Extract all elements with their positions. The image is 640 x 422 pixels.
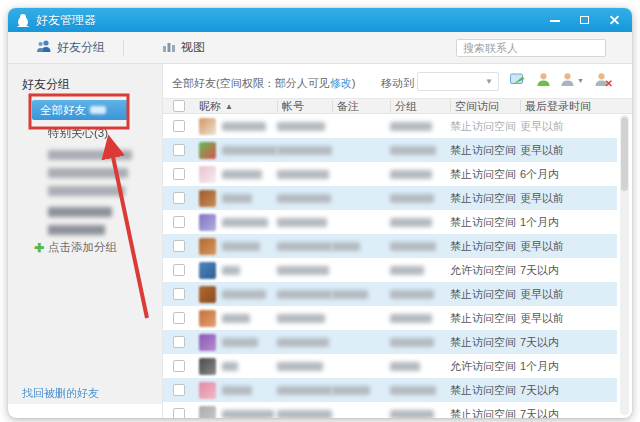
add-group-button[interactable]: ✚ 点击添加分组	[34, 240, 117, 255]
table-row[interactable]: 允许访问空间7天以内	[163, 258, 617, 282]
table-row[interactable]: 禁止访问空间1个月内	[163, 210, 617, 234]
add-icon: ✚	[34, 241, 44, 255]
last-login: 更早以前	[520, 239, 617, 254]
sidebar-item-group-blurred[interactable]	[48, 221, 132, 239]
table-row[interactable]: 禁止访问空间更早以前	[163, 114, 617, 138]
scrollbar-thumb[interactable]	[621, 117, 628, 191]
space-access: 禁止访问空间	[450, 407, 520, 419]
account-blurred	[277, 194, 331, 203]
toolbar-view-button[interactable]: 视图	[154, 35, 213, 60]
table-row[interactable]: 禁止访问空间更早以前	[163, 186, 617, 210]
group-name-blurred	[48, 150, 132, 160]
row-checkbox[interactable]	[173, 240, 185, 252]
minimize-button[interactable]	[548, 13, 562, 27]
screenshot: 好友管理器 好友分组 视图 好	[0, 0, 640, 422]
table-row[interactable]: 禁止访问空间更早以前	[163, 138, 617, 162]
table-row[interactable]: 禁止访问空间7天以内	[163, 378, 617, 402]
vertical-scrollbar[interactable]	[620, 115, 629, 415]
table-row[interactable]: 允许访问空间1个月内	[163, 354, 617, 378]
avatar	[199, 286, 216, 303]
column-header-remark[interactable]: 备注	[332, 100, 390, 112]
row-checkbox[interactable]	[173, 144, 185, 156]
row-checkbox[interactable]	[173, 384, 185, 396]
group-blurred	[390, 362, 420, 371]
move-to-dropdown[interactable]: ▼	[417, 72, 499, 91]
chevron-down-icon: ▼	[577, 77, 584, 84]
last-login: 1个月内	[520, 359, 617, 374]
message-icon[interactable]	[509, 71, 527, 89]
toolbar-separator	[123, 40, 124, 56]
permission-text-suffix: )	[352, 77, 356, 89]
avatar	[199, 214, 216, 231]
main-top-bar: 全部好友(空间权限：部分人可见修改) 移动到 ▼ ▼ ✕	[163, 64, 632, 98]
sidebar-item-special-care[interactable]: 特别关心(3)	[48, 126, 108, 141]
toolbar-friend-groups-button[interactable]: 好友分组	[28, 35, 113, 60]
row-checkbox[interactable]	[173, 288, 185, 300]
table-row[interactable]: 禁止访问空间更早以前	[163, 282, 617, 306]
table-row[interactable]: 禁止访问空间更早以前	[163, 234, 617, 258]
friend-manage-icon[interactable]: ▼	[559, 71, 577, 89]
select-all-checkbox[interactable]	[173, 100, 185, 112]
account-blurred	[277, 218, 327, 227]
move-to-label: 移动到	[381, 76, 414, 91]
row-checkbox[interactable]	[173, 168, 185, 180]
row-checkbox[interactable]	[173, 192, 185, 204]
search-input[interactable]	[456, 39, 606, 57]
nickname-blurred	[222, 386, 252, 395]
group-blurred	[390, 218, 432, 227]
account-blurred	[277, 146, 332, 155]
sidebar-item-group-blurred[interactable]	[48, 182, 132, 200]
table-row[interactable]: 禁止访问空间7天以内	[163, 402, 617, 418]
row-checkbox[interactable]	[173, 264, 185, 276]
column-header-account[interactable]: 帐号	[277, 100, 332, 112]
sidebar-item-group-blurred[interactable]	[48, 164, 132, 182]
table-row[interactable]: 禁止访问空间7天以内	[163, 330, 617, 354]
chevron-down-icon: ▼	[485, 77, 493, 86]
window-controls	[548, 8, 622, 32]
modify-link[interactable]: 修改	[330, 77, 352, 89]
sidebar-item-group-blurred[interactable]	[48, 203, 132, 221]
group-blurred	[390, 386, 436, 395]
sidebar-item-group-blurred[interactable]	[48, 146, 132, 164]
table-row[interactable]: 禁止访问空间更早以前	[163, 306, 617, 330]
last-login: 更早以前	[520, 287, 617, 302]
column-header-nickname[interactable]: 昵称 ▲	[191, 99, 277, 114]
recover-deleted-friends-link[interactable]: 找回被删的好友	[22, 386, 99, 401]
avatar	[199, 382, 216, 399]
table-row[interactable]: 禁止访问空间6个月内	[163, 162, 617, 186]
column-header-space-access[interactable]: 空间访问	[450, 100, 520, 112]
last-login: 1个月内	[520, 215, 617, 230]
last-login: 更早以前	[520, 191, 617, 206]
last-login: 更早以前	[520, 311, 617, 326]
space-access: 禁止访问空间	[450, 167, 520, 182]
column-header-group[interactable]: 分组	[390, 100, 450, 112]
sidebar-item-all-friends[interactable]: 全部好友	[32, 100, 128, 120]
row-checkbox[interactable]	[173, 120, 185, 132]
row-checkbox[interactable]	[173, 312, 185, 324]
titlebar[interactable]: 好友管理器	[8, 8, 632, 32]
group-blurred	[390, 170, 432, 179]
avatar	[199, 142, 216, 159]
account-blurred	[277, 242, 332, 251]
row-checkbox[interactable]	[173, 336, 185, 348]
group-name-blurred	[48, 225, 105, 235]
space-access: 禁止访问空间	[450, 239, 520, 254]
avatar	[199, 406, 216, 419]
row-checkbox[interactable]	[173, 408, 185, 418]
friend-table-body: 禁止访问空间更早以前 禁止访问空间更早以前 禁止访问空间6个月内 禁止访问空间更…	[163, 114, 632, 418]
column-header-last-login[interactable]: 最后登录时间	[520, 100, 632, 112]
profile-icon[interactable]	[535, 71, 553, 89]
delete-friend-icon[interactable]: ✕	[593, 71, 611, 89]
avatar	[199, 190, 216, 207]
window-title: 好友管理器	[36, 12, 96, 29]
row-checkbox[interactable]	[173, 360, 185, 372]
group-blurred	[390, 122, 432, 131]
row-checkbox[interactable]	[173, 216, 185, 228]
close-button[interactable]	[608, 13, 622, 27]
maximize-button[interactable]	[578, 13, 592, 27]
friend-groups-icon	[36, 39, 52, 56]
nickname-blurred	[222, 314, 250, 323]
account-blurred	[277, 314, 325, 323]
nickname-blurred	[222, 170, 262, 179]
last-login: 7天以内	[520, 407, 617, 419]
